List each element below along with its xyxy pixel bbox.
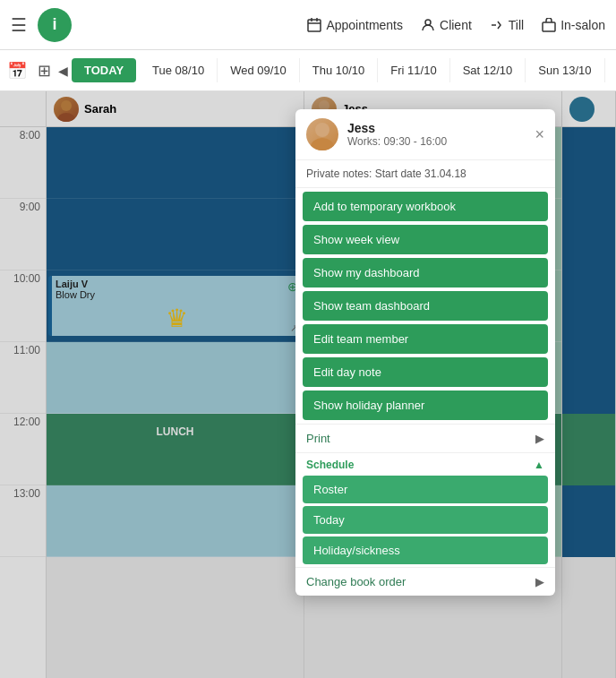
add-to-workbook-button[interactable]: Add to temporary workbook xyxy=(303,192,548,221)
appointments-label: Appointments xyxy=(326,18,403,32)
client-label: Client xyxy=(440,18,472,32)
popup-private-note: Private notes: Start date 31.04.18 xyxy=(295,160,555,188)
date-tab-fri[interactable]: Fri 11/10 xyxy=(378,58,449,82)
edit-day-note-button[interactable]: Edit day note xyxy=(303,357,548,387)
date-tabs: Tue 08/10 Wed 09/10 Thu 10/10 Fri 11/10 … xyxy=(140,58,605,82)
popup-close-button[interactable]: × xyxy=(535,126,544,142)
client-nav[interactable]: Client xyxy=(421,18,472,32)
today-button[interactable]: TODAY xyxy=(72,58,136,82)
date-tab-sat[interactable]: Sat 12/10 xyxy=(450,58,526,82)
svg-rect-5 xyxy=(543,22,555,31)
hamburger-icon[interactable]: ☰ xyxy=(11,14,27,36)
date-tab-wed[interactable]: Wed 09/10 xyxy=(218,58,300,82)
show-team-dashboard-button[interactable]: Show team dashboard xyxy=(303,291,548,321)
till-label: Till xyxy=(509,18,524,32)
edit-team-member-button[interactable]: Edit team member xyxy=(303,324,548,354)
top-navigation: ☰ i Appointments Client Till In-salo xyxy=(0,0,616,50)
date-tab-sun[interactable]: Sun 13/10 xyxy=(526,58,604,82)
popup-name: Jess xyxy=(347,121,447,135)
date-tab-thu[interactable]: Thu 10/10 xyxy=(300,58,379,82)
popup-header: Jess Works: 09:30 - 16:00 × xyxy=(295,109,555,160)
svg-point-4 xyxy=(425,20,431,25)
staff-popup: Jess Works: 09:30 - 16:00 × Private note… xyxy=(295,109,555,596)
schedule-section[interactable]: Schedule ▲ xyxy=(295,452,555,473)
date-tab-tue[interactable]: Tue 08/10 xyxy=(140,58,218,82)
schedule-label: Schedule xyxy=(306,459,354,471)
list-icon[interactable]: ⊞ xyxy=(38,61,51,81)
print-arrow-icon: ▶ xyxy=(535,432,544,445)
roster-button[interactable]: Roster xyxy=(303,476,548,503)
show-week-view-button[interactable]: Show week view xyxy=(303,225,548,254)
date-nav-icons: 📅 ⊞ xyxy=(7,61,51,81)
date-navigation: 📅 ⊞ ◀ TODAY Tue 08/10 Wed 09/10 Thu 10/1… xyxy=(0,50,616,91)
calendar-icon[interactable]: 📅 xyxy=(7,61,27,81)
svg-point-11 xyxy=(311,138,334,150)
insalon-nav[interactable]: In-salon xyxy=(542,18,605,32)
schedule-arrow-icon: ▲ xyxy=(534,459,544,471)
insalon-label: In-salon xyxy=(560,18,605,32)
calendar-area: 8:00 9:00 10:00 11:00 12:00 13:00 Sarah xyxy=(0,91,616,678)
nav-items: Appointments Client Till In-salon xyxy=(307,18,605,32)
prev-week-button[interactable]: ◀ xyxy=(58,64,68,78)
print-row[interactable]: Print ▶ xyxy=(295,424,555,452)
appointments-nav[interactable]: Appointments xyxy=(307,18,403,32)
change-book-order-row[interactable]: Change book order ▶ xyxy=(295,567,555,596)
app-logo: i xyxy=(38,8,72,42)
till-nav[interactable]: Till xyxy=(490,18,524,32)
popup-info: Jess Works: 09:30 - 16:00 xyxy=(347,121,447,148)
print-label: Print xyxy=(306,432,330,445)
svg-rect-0 xyxy=(308,20,321,31)
show-holiday-planner-button[interactable]: Show holiday planner xyxy=(303,390,548,420)
svg-point-10 xyxy=(315,123,329,137)
change-book-order-label: Change book order xyxy=(306,575,406,588)
show-my-dashboard-button[interactable]: Show my dashboard xyxy=(303,258,548,288)
popup-avatar xyxy=(306,118,338,150)
popup-hours: Works: 09:30 - 16:00 xyxy=(347,135,447,148)
holiday-sickness-button[interactable]: Holiday/sickness xyxy=(303,536,548,564)
change-book-order-arrow-icon: ▶ xyxy=(535,575,544,588)
today-schedule-button[interactable]: Today xyxy=(303,506,548,534)
